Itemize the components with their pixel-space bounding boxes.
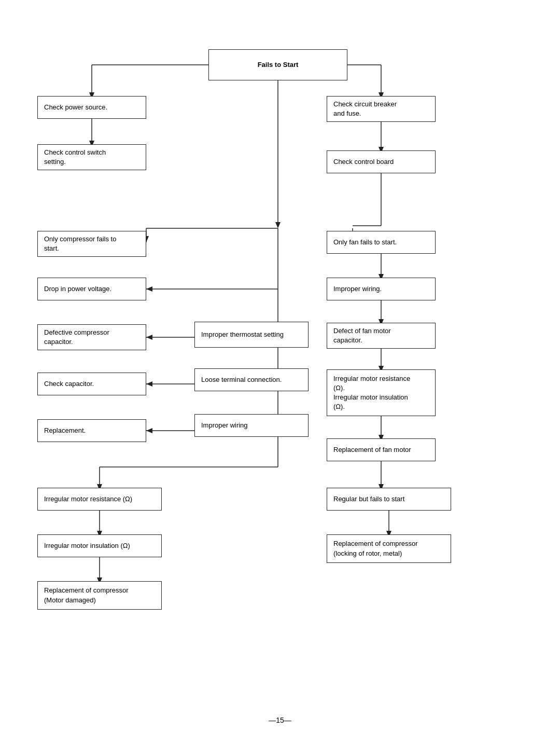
page: Fails to Start Check power source. Check… — [0, 0, 560, 729]
svg-marker-35 — [146, 335, 152, 340]
fails-to-start-box: Fails to Start — [208, 49, 347, 80]
check-control-switch-box: Check control switchsetting. — [37, 144, 146, 170]
check-power-box: Check power source. — [37, 96, 146, 119]
defect-fan-motor-box: Defect of fan motorcapacitor. — [327, 323, 436, 349]
improper-thermostat-box: Improper thermostat setting — [194, 322, 309, 348]
only-compressor-box: Only compressor fails tostart. — [37, 231, 146, 257]
svg-marker-1 — [275, 222, 281, 228]
defective-compressor-box: Defective compressorcapacitor. — [37, 324, 146, 350]
only-fan-box: Only fan fails to start. — [327, 231, 436, 254]
replacement-left-box: Replacement. — [37, 419, 146, 442]
irregular-motor-insulation-left-box: Irregular motor insulation (Ω) — [37, 534, 162, 557]
replacement-compressor-left-box: Replacement of compressor(Motor damaged) — [37, 581, 162, 610]
drop-power-box: Drop in power voltage. — [37, 278, 146, 300]
svg-marker-33 — [146, 286, 152, 292]
improper-wiring-center-box: Improper wiring — [194, 414, 309, 437]
flowchart: Fails to Start Check power source. Check… — [0, 0, 560, 711]
irregular-motor-resistance-right-box: Irregular motor resistance(Ω).Irregular … — [327, 369, 436, 416]
replacement-compressor-right-box: Replacement of compressor(locking of rot… — [327, 534, 451, 563]
page-number: —15— — [0, 711, 560, 729]
replacement-fan-motor-box: Replacement of fan motor — [327, 438, 436, 461]
check-circuit-box: Check circuit breakerand fuse. — [327, 96, 436, 122]
svg-marker-37 — [146, 381, 152, 387]
check-control-board-box: Check control board — [327, 150, 436, 173]
loose-terminal-box: Loose terminal connection. — [194, 368, 309, 391]
check-capacitor-box: Check capacitor. — [37, 373, 146, 395]
irregular-motor-resistance-left-box: Irregular motor resistance (Ω) — [37, 488, 162, 511]
svg-marker-39 — [146, 428, 152, 433]
improper-wiring-right-box: Improper wiring. — [327, 278, 436, 300]
regular-but-fails-box: Regular but fails to start — [327, 488, 451, 511]
